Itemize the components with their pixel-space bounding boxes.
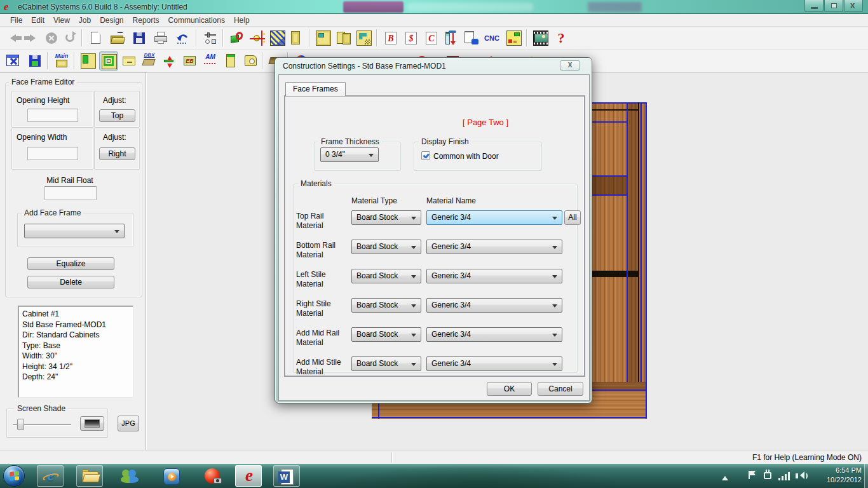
power-plug-icon[interactable] (764, 472, 771, 479)
cnc-button[interactable]: CNC (480, 29, 503, 48)
equalize-button[interactable]: Equalize (27, 257, 114, 270)
help-button[interactable]: ? (552, 29, 571, 48)
dimension-button[interactable] (160, 51, 179, 71)
new-file-button[interactable] (86, 29, 105, 48)
frame-thickness-combo[interactable]: 0 3/4" (320, 147, 379, 162)
screen: e eCabinet Systems 6.0 Build 8 - Assembl… (0, 0, 868, 488)
shaped-part-button[interactable] (241, 51, 261, 71)
delete-button[interactable]: Delete (27, 276, 114, 288)
door-panel-button[interactable] (286, 29, 305, 48)
add-face-frame-combo[interactable] (24, 224, 125, 238)
taskbar-media-player-button[interactable] (158, 465, 185, 487)
point-editor-button[interactable] (248, 29, 267, 48)
material-type-combo[interactable]: Board Stock (351, 327, 421, 342)
minimize-button[interactable] (804, 0, 824, 12)
action-center-flag-icon[interactable] (749, 471, 750, 479)
refresh-button[interactable] (61, 29, 80, 48)
floor-plan-icon (356, 30, 372, 46)
menu-design[interactable]: Design (95, 15, 128, 26)
material-name-combo[interactable]: Generic 3/4 (426, 356, 562, 371)
job-properties-button[interactable] (461, 29, 480, 48)
cost-button[interactable]: $ (402, 29, 421, 48)
print-button[interactable] (151, 29, 170, 48)
save-assembly-button[interactable] (25, 51, 44, 71)
menu-communications[interactable]: Communications (164, 15, 229, 26)
main-view-button[interactable]: Main (52, 51, 71, 71)
preferences-button[interactable] (201, 29, 220, 48)
taskbar-snagit-button[interactable] (200, 465, 226, 487)
menu-view[interactable]: View (49, 15, 74, 26)
material-type-combo[interactable]: Board Stock (351, 240, 421, 254)
taskbar-ecabinet-button[interactable]: e (235, 465, 262, 487)
cancel-button[interactable]: Cancel (538, 382, 583, 396)
mid-rail-float-input[interactable] (44, 186, 97, 200)
taskbar-ie-button[interactable]: e (37, 465, 64, 487)
menu-help[interactable]: Help (229, 15, 254, 26)
taskbar-word-button[interactable]: W (273, 465, 300, 487)
taskbar-messenger-button[interactable] (117, 465, 144, 487)
taskbar-explorer-button[interactable] (76, 465, 103, 487)
material-type-combo[interactable]: Board Stock (351, 210, 421, 225)
dialog-close-button[interactable]: X (560, 60, 580, 71)
windows-flag-icon (10, 471, 20, 482)
start-button[interactable] (3, 465, 25, 487)
forward-button[interactable] (23, 29, 42, 48)
column-button[interactable] (221, 51, 240, 71)
stop-button[interactable] (42, 29, 61, 48)
material-type-combo[interactable]: Board Stock (351, 298, 421, 313)
menu-edit[interactable]: Edit (27, 15, 49, 26)
auto-machine-button[interactable]: AM (201, 51, 220, 71)
nest-layout-button[interactable] (505, 29, 524, 48)
material-name-combo[interactable]: Generic 3/4 (426, 210, 562, 225)
material-name-combo[interactable]: Generic 3/4 (426, 269, 562, 283)
cabinet-views-button[interactable] (334, 29, 353, 48)
bom-button[interactable]: B (381, 29, 400, 48)
texture-button[interactable] (268, 29, 287, 48)
cutlist-button[interactable]: C (422, 29, 441, 48)
adjust-right-button[interactable]: Right (99, 147, 135, 160)
menu-job[interactable]: Job (74, 15, 95, 26)
material-name-combo[interactable]: Generic 3/4 (426, 327, 562, 342)
material-name-combo[interactable]: Generic 3/4 (426, 298, 562, 313)
close-button[interactable]: X (844, 0, 863, 12)
show-desktop-button[interactable] (864, 464, 868, 488)
render-image-button[interactable] (531, 29, 550, 48)
measure-button[interactable] (441, 29, 460, 48)
material-type-combo[interactable]: Board Stock (351, 356, 421, 371)
print-icon (153, 30, 168, 46)
drawer-button[interactable] (119, 51, 139, 71)
cabinet-info-line: Type: Base (22, 341, 129, 351)
cabinet-button[interactable] (314, 29, 333, 48)
taskbar-clock[interactable]: 6:54 PM 10/22/2012 (827, 466, 862, 485)
common-with-door-checkbox[interactable] (421, 151, 430, 160)
undo-button[interactable] (173, 29, 192, 48)
ok-button[interactable]: OK (487, 382, 532, 396)
face-frame-editor-button[interactable] (99, 51, 118, 71)
opening-height-input[interactable] (27, 109, 78, 122)
save-button[interactable] (130, 29, 149, 48)
close-editor-button[interactable] (4, 51, 23, 71)
taskbar: e e W 6:54 PM 10/22/2012 (0, 464, 868, 488)
restore-button[interactable] (824, 0, 843, 12)
dbx-button[interactable]: DBX (140, 51, 159, 71)
materials-3d-button[interactable] (227, 29, 247, 48)
floor-plan-button[interactable] (355, 29, 374, 48)
tab-face-frames[interactable]: Face Frames (285, 82, 346, 96)
all-button[interactable]: All (564, 210, 581, 225)
frame-thickness-label: Frame Thickness (318, 137, 382, 146)
cabinet-door-button[interactable] (79, 51, 98, 71)
material-name-combo[interactable]: Generic 3/4 (426, 240, 562, 254)
adjust-top-button[interactable]: Top (99, 109, 135, 122)
jpg-button[interactable]: JPG (118, 416, 139, 431)
toolbar-main: B $ C CNC ? (0, 27, 868, 50)
edgeband-button[interactable]: EB (180, 51, 200, 71)
shade-slider-thumb[interactable] (17, 419, 24, 430)
material-type-combo[interactable]: Board Stock (351, 269, 421, 283)
tray-expand-icon[interactable] (722, 473, 728, 480)
menu-reports[interactable]: Reports (128, 15, 164, 26)
opening-width-input[interactable] (27, 147, 78, 160)
back-button[interactable] (4, 29, 23, 48)
open-button[interactable] (108, 29, 127, 48)
shade-preview-button[interactable] (80, 416, 104, 431)
menu-file[interactable]: File (6, 15, 27, 26)
